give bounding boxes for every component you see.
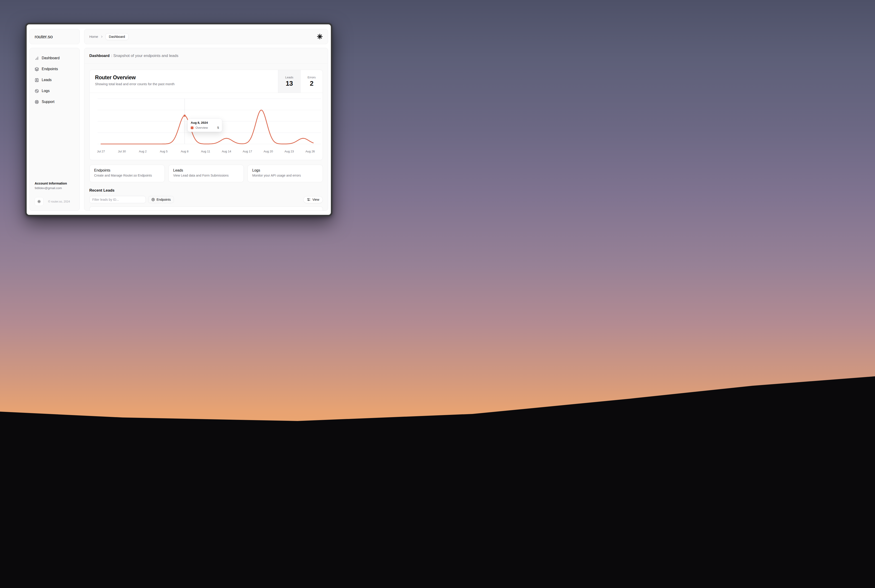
sidebar: router.so DashboardEndpointsLeadsLogsSup…	[29, 29, 80, 211]
page-title: Dashboard	[89, 54, 110, 58]
disc-icon	[35, 89, 39, 93]
x-axis-label: Aug 2	[139, 150, 147, 153]
bar-chart-icon	[35, 56, 39, 60]
sidebar-item-logs[interactable]: Logs	[35, 88, 75, 94]
overview-header: Router Overview Showing total lead and e…	[90, 70, 323, 93]
stat-errors-label: Errors	[308, 76, 315, 79]
x-axis-label: Jul 27	[97, 150, 105, 153]
copyright-text: © router.so, 2024	[44, 200, 75, 203]
main-column: Home Dashboard Dashboard : Snapshot of y…	[84, 29, 328, 211]
sidebar-item-label: Leads	[42, 78, 52, 82]
panel-body: Router Overview Showing total lead and e…	[84, 64, 328, 210]
stat-errors[interactable]: Errors 2	[300, 70, 323, 93]
breadcrumb-home-link[interactable]: Home	[89, 35, 98, 39]
chevron-right-icon	[100, 35, 104, 38]
card-leads[interactable]: LeadsView Lead data and Form Submissions	[168, 165, 244, 182]
theme-toggle-button[interactable]	[35, 197, 44, 206]
endpoints-button-label: Endpoints	[156, 198, 171, 201]
sidebar-item-label: Dashboard	[42, 56, 60, 60]
card-logs[interactable]: LogsMonitor your API usage and errors	[248, 165, 323, 182]
sidebar-item-label: Support	[42, 100, 54, 104]
x-axis-label: Aug 5	[160, 150, 168, 153]
filter-leads-input[interactable]	[89, 196, 146, 203]
endpoints-button[interactable]: Endpoints	[148, 196, 174, 203]
panel-header: Dashboard : Snapshot of your endpoints a…	[84, 48, 328, 64]
sidebar-item-label: Endpoints	[42, 67, 58, 71]
tooltip-value: 5	[217, 126, 219, 129]
card-title: Endpoints	[94, 168, 160, 172]
active-point-dot	[184, 115, 186, 117]
card-description: Create and Manage Router.so Endpoints	[94, 174, 160, 177]
breadcrumb-current-pill[interactable]: Dashboard	[105, 33, 129, 40]
account-info: Account Information 9d8dev@gmail.com	[35, 182, 75, 190]
quick-cards-row: EndpointsCreate and Manage Router.so End…	[89, 165, 323, 182]
sidebar-item-support[interactable]: Support	[35, 99, 75, 105]
x-axis-label: Aug 17	[243, 150, 252, 153]
chart-tooltip: Aug 8, 2024 Overview 5	[188, 118, 222, 132]
overview-chart-area: Jul 27Jul 30Aug 2Aug 5Aug 8Aug 11Aug 14A…	[90, 93, 323, 160]
sidebar-nav: DashboardEndpointsLeadsLogsSupport	[35, 56, 75, 110]
sidebar-item-leads[interactable]: Leads	[35, 77, 75, 83]
sidebar-item-dashboard[interactable]: Dashboard	[35, 56, 75, 61]
x-axis-label: Aug 23	[285, 150, 294, 153]
sun-icon	[37, 200, 41, 204]
overview-subtitle: Showing total lead and error counts for …	[95, 82, 273, 86]
page-subtitle: : Snapshot of your endpoints and leads	[111, 54, 179, 58]
card-description: Monitor your API usage and errors	[252, 174, 318, 177]
sliders-icon	[307, 198, 311, 201]
sidebar-nav-card: DashboardEndpointsLeadsLogsSupport Accou…	[29, 48, 80, 211]
view-button[interactable]: View	[303, 196, 323, 203]
sidebar-footer: © router.so, 2024	[35, 197, 75, 206]
router-overview-card: Router Overview Showing total lead and e…	[89, 70, 323, 160]
x-axis-label: Aug 8	[181, 150, 188, 153]
contact-card-icon	[35, 78, 39, 82]
app-logo: router.so	[35, 34, 53, 39]
account-info-title: Account Information	[35, 182, 75, 185]
stat-leads[interactable]: Leads 13	[278, 70, 300, 93]
sidebar-item-endpoints[interactable]: Endpoints	[35, 66, 75, 72]
stat-leads-label: Leads	[285, 76, 293, 79]
layers-icon	[35, 67, 39, 71]
x-axis-label: Jul 30	[118, 150, 126, 153]
x-axis-label: Aug 11	[201, 150, 210, 153]
card-title: Logs	[252, 168, 318, 172]
circle-plus-icon	[151, 198, 155, 201]
card-endpoints[interactable]: EndpointsCreate and Manage Router.so End…	[89, 165, 165, 182]
app-window: router.so DashboardEndpointsLeadsLogsSup…	[25, 23, 332, 216]
logo-card: router.so	[29, 29, 80, 44]
leads-table-card-top	[89, 206, 323, 210]
asterisk-menu-icon[interactable]	[317, 33, 323, 40]
life-buoy-icon	[35, 100, 39, 104]
tooltip-series-swatch	[191, 126, 194, 129]
x-axis-label: Aug 20	[264, 150, 273, 153]
top-header-bar: Home Dashboard	[84, 29, 328, 44]
stat-errors-value: 2	[310, 80, 314, 87]
recent-leads-toolbar: Endpoints View	[89, 196, 323, 203]
view-button-label: View	[312, 198, 319, 201]
x-axis-label: Aug 14	[222, 150, 231, 153]
recent-leads-title: Recent Leads	[89, 188, 323, 193]
sidebar-item-label: Logs	[42, 89, 50, 93]
stat-leads-value: 13	[286, 80, 293, 87]
x-axis-label: Aug 26	[305, 150, 315, 153]
account-email: 9d8dev@gmail.com	[35, 186, 75, 190]
card-description: View Lead data and Form Submissions	[173, 174, 239, 177]
overview-title: Router Overview	[95, 75, 273, 81]
dashboard-panel: Dashboard : Snapshot of your endpoints a…	[84, 48, 328, 211]
tooltip-series-name: Overview	[195, 126, 208, 129]
card-title: Leads	[173, 168, 239, 172]
tooltip-date: Aug 8, 2024	[191, 121, 219, 124]
